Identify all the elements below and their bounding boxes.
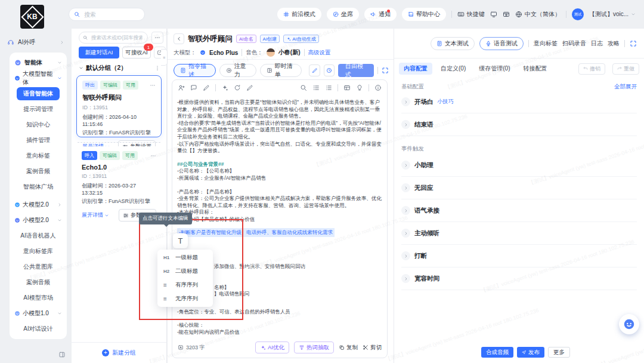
tab-transfer-config[interactable]: 转接配置 [518, 63, 552, 75]
app-logo[interactable]: KB [20, 5, 44, 29]
monitor-icon[interactable] [490, 11, 497, 18]
ordered-list-icon[interactable] [312, 84, 320, 91]
logs-link[interactable]: 日志 [591, 39, 603, 48]
magic-icon[interactable] [221, 84, 228, 91]
sidebar-item-public-intent-lib[interactable]: 公共意图库 [10, 259, 67, 275]
expand-detail-link[interactable]: 展开详情 [82, 211, 109, 219]
synthesize-audio-button[interactable]: 合成音频 [481, 347, 513, 358]
text-test-button[interactable]: 文本测试 [431, 37, 475, 50]
new-group-button[interactable]: + 新建分组 [72, 342, 166, 363]
history-button[interactable] [324, 64, 335, 76]
shortcut-button[interactable]: 快捷键 [457, 10, 485, 19]
expand-all-link[interactable]: 全部展开 [614, 83, 637, 91]
pen-add-icon[interactable] [203, 84, 210, 91]
agent-search-input[interactable] [90, 34, 144, 41]
sidebar-item-slm1[interactable]: 小模型1.0 [10, 306, 67, 321]
section-closing[interactable]: 结束语 [401, 113, 637, 136]
scan-record-link[interactable]: 扫码录音 [562, 39, 586, 48]
help-center-button[interactable]: 帮助中心 [402, 8, 446, 21]
ai-optimize-button[interactable]: AI优化 [255, 342, 289, 353]
sidebar-item-ai-dialog-design[interactable]: AI对话设计 [10, 321, 67, 337]
edit-icon[interactable] [246, 84, 253, 91]
sidebar-item-prompt-manage[interactable]: 提示词管理 [10, 101, 67, 117]
text-format-trigger-button[interactable]: T [173, 233, 188, 248]
back-button[interactable] [174, 33, 184, 44]
sidebar-item-llm-agent[interactable]: 大模型智能体 [10, 70, 67, 86]
sidebar-item-case-audio[interactable]: 案例音频 [10, 164, 67, 179]
section-tone-bridge[interactable]: 语气承接 [401, 199, 637, 222]
chat-add-icon[interactable] [190, 84, 197, 91]
guide-link[interactable]: 攻略 [608, 39, 620, 48]
more-actions-button[interactable] [151, 32, 163, 44]
more-button[interactable]: 更多 [548, 347, 570, 358]
bulb-icon[interactable] [356, 84, 363, 91]
section-interrupt[interactable]: 打断 [401, 245, 637, 267]
search-icon[interactable] [300, 84, 307, 91]
new-chat-ai-button[interactable]: 新建对话AI [79, 47, 119, 59]
group-header[interactable]: 默认分组（2） [79, 63, 160, 73]
sidebar-item-intent-tag-lib[interactable]: 意向标签库 [10, 244, 67, 259]
undo-button[interactable]: 撤销 [578, 63, 605, 75]
frontier-mode-button[interactable]: 前沿模式 [277, 8, 321, 21]
sidebar-collapse-icon[interactable] [58, 351, 66, 358]
advanced-settings-link[interactable]: 高级设置 [308, 49, 331, 57]
pen-tool-button[interactable] [309, 64, 320, 76]
fullscreen-icon[interactable] [382, 67, 389, 74]
receivable-ai-button[interactable]: 可接收AI 1 [122, 47, 151, 59]
menu-item-h1[interactable]: H1 一级标题 [157, 251, 213, 264]
menu-item-unordered-list[interactable]: ≡ 无序序列 [157, 292, 213, 306]
tab-cache-manage[interactable]: 缓存管理(0) [474, 63, 515, 75]
assistant-float-button[interactable] [619, 314, 639, 334]
tab-checklist[interactable]: 即时清单 [260, 64, 302, 77]
model-value[interactable]: Echo Plus [209, 50, 238, 56]
agent-card[interactable]: 呼入 可编辑 可用 Echo1.0 ID：13911 创建时间：2026-03-… [76, 146, 162, 204]
tips-link[interactable]: 小技巧 [438, 98, 454, 106]
screen-record-icon[interactable] [503, 11, 510, 18]
global-search-input[interactable] [83, 11, 133, 19]
refresh-icon[interactable] [234, 84, 241, 91]
table-icon[interactable] [343, 84, 351, 91]
user-avatar[interactable]: 测试 [572, 8, 584, 20]
menu-item-ordered-list[interactable]: ≡ 有序序列 [157, 278, 213, 292]
info-icon[interactable] [374, 84, 382, 91]
sidebar-item-ai-model-market[interactable]: AI模型市场 [10, 290, 67, 306]
redo-button[interactable]: 重做 [612, 63, 639, 75]
sidebar-item-knowledge-center[interactable]: 知识中心 [10, 117, 67, 133]
tab-attention[interactable]: 注意力 [219, 64, 256, 77]
free-mode-button[interactable]: 自由模式 [338, 64, 374, 77]
notice-button[interactable]: 通知 [364, 8, 397, 21]
sidebar-item-case-audio-2[interactable]: 案例音频 [10, 275, 67, 290]
section-opening[interactable]: 开场白 小技巧 [401, 91, 637, 113]
fullscreen-icon[interactable] [630, 40, 637, 47]
user-add-icon[interactable] [178, 84, 185, 91]
voice-test-button[interactable]: 语音测试 [479, 37, 524, 50]
agent-card-selected[interactable]: 呼出 可编辑 可用 智联外呼顾问 ID：13951 创建时间：2026-04-1… [76, 75, 162, 137]
ai-auto-generate-badge[interactable]: AI自动生成 [283, 35, 319, 43]
sidebar-item-ai-voice-robot[interactable]: AI语音机器人 [10, 228, 67, 244]
sidebar-item-intent-tags[interactable]: 意向标签 [10, 148, 67, 164]
sidebar-item-ai-outbound[interactable]: AI外呼 [0, 35, 72, 50]
panel-collapse-handle[interactable]: ≡ [161, 49, 168, 66]
section-no-response[interactable]: 无回应 [401, 177, 637, 199]
sidebar-item-agent-plaza[interactable]: 智能体广场 [10, 179, 67, 195]
tab-instruction[interactable]: 指令描述 [174, 64, 216, 77]
prompt-editor[interactable]: -根据你提供的资料，当前内容主要是“智能体知识介绍”，并未明确给出具体销售业务、… [172, 79, 388, 358]
publish-button[interactable]: 发布 [517, 347, 544, 358]
agent-search[interactable] [79, 32, 148, 44]
hotword-extract-button[interactable]: 热词抽取 [294, 342, 334, 353]
language-switch[interactable]: 中文（简体） [515, 10, 561, 19]
sidebar-item-slm2[interactable]: 小模型2.0 [10, 213, 67, 228]
more-vertical-icon[interactable] [154, 65, 160, 71]
global-search[interactable] [69, 8, 145, 21]
intent-tags-link[interactable]: 意向标签 [534, 39, 558, 48]
voice-value[interactable]: 小春(新) [278, 48, 301, 57]
more-icon[interactable] [150, 82, 156, 88]
tab-content-config[interactable]: 内容配置 [399, 63, 432, 75]
sidebar-item-llm2[interactable]: 大模型2.0 [10, 197, 67, 213]
sidebar-item-voice-agent[interactable]: 语音智能体 [17, 87, 60, 100]
menu-item-h2[interactable]: H2 二级标题 [157, 264, 213, 278]
copy-button[interactable]: 复制 [339, 344, 358, 352]
section-assistant[interactable]: 小助理 [401, 154, 637, 177]
sidebar-item-plugin-manage[interactable]: 插件管理 [10, 133, 67, 148]
unordered-list-icon[interactable] [325, 84, 332, 91]
